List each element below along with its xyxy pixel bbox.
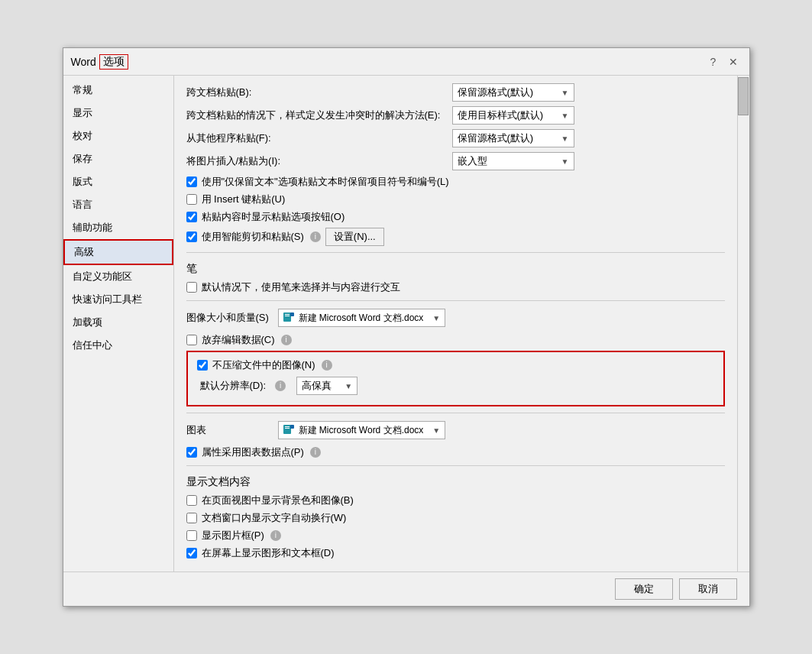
chart-prop-row: 属性采用图表数据点(P) i: [186, 445, 725, 459]
chart-file-arrow: ▼: [432, 426, 440, 435]
paste-checkbox2[interactable]: [186, 194, 197, 205]
display-checkbox1-row: 在页面视图中显示背景色和图像(B): [186, 494, 725, 507]
svg-rect-6: [285, 428, 290, 429]
cross-doc-style-row: 跨文档粘贴的情况下，样式定义发生冲突时的解决方法(E): 使用目标样式(默认) …: [186, 106, 725, 125]
display-checkbox3[interactable]: [186, 530, 197, 541]
sidebar-item-banshi[interactable]: 版式: [63, 170, 173, 193]
paste-checkbox3[interactable]: [186, 212, 197, 222]
chart-file-dropdown[interactable]: 新建 Microsoft Word 文档.docx ▼: [278, 421, 446, 439]
image-quality-divider: [186, 300, 725, 301]
default-res-dropdown[interactable]: 高保真 ▼: [296, 377, 357, 395]
scrollbar[interactable]: [737, 76, 749, 571]
help-button[interactable]: ?: [705, 53, 722, 70]
default-res-info-icon: i: [275, 380, 286, 391]
dialog-footer: 确定 取消: [63, 571, 749, 606]
display-checkbox2[interactable]: [186, 513, 197, 523]
display-checkbox3-row: 显示图片框(P) i: [186, 529, 725, 542]
chart-section: 图表 新建 Microsoft Word 文档.docx ▼: [186, 421, 725, 459]
other-prog-paste-row: 从其他程序粘贴(F): 保留源格式(默认) ▼: [186, 129, 725, 147]
chart-prop-checkbox[interactable]: [186, 447, 197, 458]
paste-checkbox3-label: 粘贴内容时显示粘贴选项按钮(O): [202, 210, 345, 224]
sidebar-item-jiazai[interactable]: 加载项: [63, 311, 173, 334]
no-compress-info-icon: i: [322, 360, 332, 371]
insert-image-label: 将图片插入/粘贴为(I):: [186, 154, 446, 168]
sidebar-item-xinren[interactable]: 信任中心: [63, 334, 173, 357]
pen-checkbox-row: 默认情况下，使用笔来选择并与内容进行交互: [186, 280, 725, 294]
other-prog-paste-label: 从其他程序粘贴(F):: [186, 131, 446, 145]
image-quality-file-dropdown[interactable]: 新建 Microsoft Word 文档.docx ▼: [278, 309, 446, 327]
sidebar-item-xianshi[interactable]: 显示: [63, 102, 173, 125]
abandon-edit-checkbox[interactable]: [186, 335, 197, 345]
display-section: 显示文档内容 在页面视图中显示背景色和图像(B) 文档窗口内显示文字自动换行(W…: [186, 475, 725, 560]
svg-rect-5: [285, 426, 290, 427]
no-compress-label: 不压缩文件中的图像(N): [212, 358, 315, 372]
sidebar-item-gaoji[interactable]: 高级: [63, 239, 173, 265]
sidebar-item-yuyan[interactable]: 语言: [63, 193, 173, 216]
paste-checkbox3-row: 粘贴内容时显示粘贴选项按钮(O): [186, 210, 725, 224]
paste-checkbox1[interactable]: [186, 176, 197, 187]
svg-rect-7: [290, 425, 294, 429]
pen-divider: [186, 252, 725, 253]
image-quality-section-label: 图像大小和质量(S): [186, 311, 270, 325]
sidebar: 常规 显示 校对 保存 版式 语言 辅助功能 高级: [63, 76, 174, 571]
cross-doc-style-arrow: ▼: [561, 112, 569, 120]
display-checkbox4-row: 在屏幕上显示图形和文本框(D): [186, 546, 725, 560]
chart-prop-label: 属性采用图表数据点(P): [202, 445, 304, 459]
image-quality-file-arrow: ▼: [432, 314, 440, 322]
paste-checkbox4-label: 使用智能剪切和粘贴(S): [202, 230, 304, 244]
abandon-edit-row: 放弃编辑数据(C) i: [186, 333, 725, 347]
cross-doc-paste-arrow: ▼: [561, 89, 569, 97]
cross-doc-style-value: 使用目标样式(默认): [458, 108, 544, 122]
settings-button[interactable]: 设置(N)...: [325, 228, 384, 246]
other-prog-paste-dropdown[interactable]: 保留源格式(默认) ▼: [452, 129, 574, 147]
sidebar-item-kuaisu[interactable]: 快速访问工具栏: [63, 288, 173, 311]
default-res-value: 高保真: [302, 379, 332, 393]
close-button[interactable]: ✕: [725, 53, 742, 70]
title-bar-right: ? ✕: [705, 53, 742, 70]
sidebar-item-changgui[interactable]: 常规: [63, 79, 173, 102]
dialog-body: 常规 显示 校对 保存 版式 语言 辅助功能 高级: [63, 76, 749, 571]
title-bar-left: Word 选项: [71, 54, 128, 70]
pen-checkbox-label: 默认情况下，使用笔来选择并与内容进行交互: [202, 280, 400, 294]
scrollbar-thumb[interactable]: [738, 77, 749, 115]
display-checkbox1-label: 在页面视图中显示背景色和图像(B): [202, 494, 354, 507]
pen-checkbox[interactable]: [186, 282, 197, 293]
chart-prop-info-icon: i: [310, 447, 321, 458]
display-checkbox4[interactable]: [186, 548, 197, 558]
paste-checkbox4-row: 使用智能剪切和粘贴(S) i 设置(N)...: [186, 228, 725, 246]
title-bar: Word 选项 ? ✕: [63, 48, 749, 76]
ok-button[interactable]: 确定: [615, 578, 673, 600]
no-compress-checkbox[interactable]: [197, 360, 208, 371]
abandon-edit-label: 放弃编辑数据(C): [202, 333, 275, 347]
sidebar-item-fuzhu[interactable]: 辅助功能: [63, 216, 173, 239]
default-res-row: 默认分辨率(D): i 高保真 ▼: [197, 377, 714, 395]
cross-doc-paste-dropdown[interactable]: 保留源格式(默认) ▼: [452, 83, 574, 102]
display-checkbox1[interactable]: [186, 495, 197, 506]
cross-doc-style-label: 跨文档粘贴的情况下，样式定义发生冲突时的解决方法(E):: [186, 108, 446, 122]
display-checkbox2-row: 文档窗口内显示文字自动换行(W): [186, 511, 725, 525]
chart-file-icon: [283, 425, 296, 435]
chart-divider: [186, 413, 725, 413]
sidebar-item-jiaodui[interactable]: 校对: [63, 125, 173, 147]
paste-checkbox1-label: 使用"仅保留文本"选项粘贴文本时保留项目符号和编号(L): [202, 175, 449, 189]
sidebar-item-baocun[interactable]: 保存: [63, 147, 173, 170]
chart-file-value: 新建 Microsoft Word 文档.docx: [299, 424, 424, 437]
chart-section-label: 图表: [186, 423, 270, 437]
cross-doc-paste-row: 跨文档粘贴(B): 保留源格式(默认) ▼: [186, 83, 725, 102]
cross-doc-style-dropdown[interactable]: 使用目标样式(默认) ▼: [452, 106, 574, 125]
svg-rect-4: [283, 425, 291, 434]
word-options-dialog: Word 选项 ? ✕ 常规 显示 校对 保存 版式: [63, 47, 750, 607]
sidebar-item-zidingyi[interactable]: 自定义功能区: [63, 265, 173, 288]
abandon-edit-info-icon: i: [281, 335, 292, 345]
svg-rect-0: [283, 312, 291, 322]
image-quality-section: 图像大小和质量(S) 新建 Microsoft Word 文档.docx ▼: [186, 309, 725, 406]
default-res-arrow: ▼: [345, 382, 352, 390]
file-icon: [283, 312, 296, 323]
title-xuanxiang: 选项: [99, 54, 128, 70]
cancel-button[interactable]: 取消: [679, 578, 737, 600]
insert-image-row: 将图片插入/粘贴为(I): 嵌入型 ▼: [186, 152, 725, 170]
insert-image-dropdown[interactable]: 嵌入型 ▼: [452, 152, 574, 170]
paste-checkbox4[interactable]: [186, 231, 197, 242]
display-checkbox2-label: 文档窗口内显示文字自动换行(W): [202, 511, 347, 525]
cross-doc-paste-value: 保留源格式(默认): [458, 86, 534, 99]
